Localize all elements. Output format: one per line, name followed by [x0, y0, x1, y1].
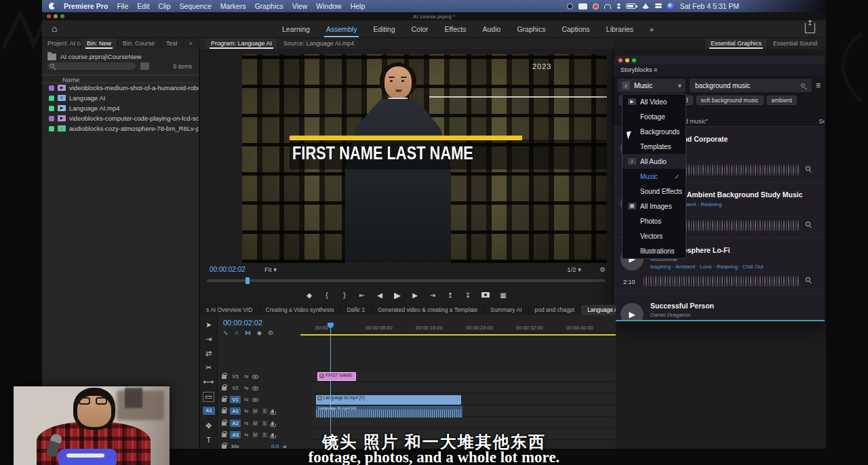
- workspace-color[interactable]: Color: [412, 25, 429, 33]
- track-v3-lane[interactable]: [312, 371, 616, 382]
- workspace-effects[interactable]: Effects: [445, 25, 467, 33]
- share-export-icon[interactable]: ↥: [805, 23, 815, 33]
- toggle-track-output-icon[interactable]: [252, 386, 258, 390]
- go-to-in-button[interactable]: ⇤: [358, 291, 366, 299]
- headphones-icon[interactable]: [604, 4, 611, 9]
- menu-file[interactable]: File: [117, 2, 128, 10]
- new-bin-icon[interactable]: [140, 62, 149, 70]
- workspace-graphics[interactable]: Graphics: [517, 25, 545, 33]
- step-forward-button[interactable]: ▶: [411, 291, 419, 299]
- wifi-icon[interactable]: [642, 3, 650, 9]
- chip-suggestion[interactable]: soft background music: [696, 96, 764, 105]
- export-frame-button[interactable]: [481, 292, 490, 298]
- sequence-tab[interactable]: Generated video & creating a Template: [372, 305, 484, 315]
- menu-window[interactable]: Window: [316, 2, 341, 10]
- minimize-window-icon[interactable]: [625, 58, 629, 62]
- label-chip[interactable]: [49, 96, 54, 101]
- siri-icon[interactable]: [667, 3, 674, 9]
- step-back-button[interactable]: ◀: [376, 291, 384, 299]
- sort-control[interactable]: Sort: [818, 118, 825, 125]
- workspace-learning[interactable]: Learning: [282, 25, 310, 33]
- tab-project[interactable]: Project: AI course: [42, 39, 81, 49]
- menu-clip[interactable]: Clip: [158, 2, 170, 10]
- control-center-icon[interactable]: [655, 3, 662, 9]
- chip-suggestion[interactable]: ambient: [767, 96, 797, 105]
- linked-selection-icon[interactable]: ⋈: [245, 329, 251, 336]
- menu-vectors[interactable]: Vectors: [623, 228, 686, 243]
- track-a2-lane[interactable]: [312, 418, 616, 428]
- monitor-scrubber[interactable]: [207, 279, 606, 282]
- scrubber-playhead[interactable]: [245, 277, 250, 284]
- sequence-tab[interactable]: s AI Overview VID: [200, 305, 260, 315]
- timeline-settings-icon[interactable]: ⚙: [268, 329, 273, 336]
- snap-icon[interactable]: ∩: [235, 329, 239, 336]
- ripple-edit-tool[interactable]: ⇄: [205, 349, 212, 358]
- insert-icon[interactable]: ∿: [223, 329, 229, 336]
- solo-button[interactable]: S: [262, 420, 268, 426]
- menu-illustrations[interactable]: Illustrations: [623, 243, 686, 258]
- tab-essential-graphics[interactable]: Essential Graphics: [705, 39, 768, 49]
- settings-wrench-icon[interactable]: ⚙: [599, 266, 606, 273]
- waveform[interactable]: [644, 276, 800, 287]
- play-icon[interactable]: ▶: [620, 303, 644, 321]
- workspace-captions[interactable]: Captions: [561, 25, 589, 33]
- menu-music[interactable]: Music✓: [623, 169, 686, 184]
- menu-help[interactable]: Help: [351, 2, 366, 10]
- close-window-icon[interactable]: [47, 14, 51, 18]
- program-timecode[interactable]: 00:00:02:02: [210, 266, 245, 273]
- sync-lock-icon[interactable]: ⇆: [244, 397, 249, 403]
- workspace-audio[interactable]: Audio: [483, 25, 501, 33]
- track-select-tool[interactable]: ⇥: [205, 335, 212, 344]
- mark-in-button[interactable]: {: [323, 291, 331, 299]
- audio-clip-language-ai[interactable]: Language AI.mp4 [A]: [316, 406, 462, 418]
- selection-tool[interactable]: ➤: [205, 321, 212, 329]
- bluetooth-icon[interactable]: [616, 3, 620, 9]
- project-item[interactable]: ≡ Language AI: [42, 93, 199, 103]
- sequence-tab-active[interactable]: Language AI: [581, 305, 616, 315]
- lock-icon[interactable]: [222, 422, 226, 426]
- lift-button[interactable]: ↥: [446, 291, 454, 299]
- tab-test[interactable]: Test: [161, 39, 184, 49]
- result-artist[interactable]: Daniel Draganov: [650, 312, 691, 318]
- toggle-track-output-icon[interactable]: [252, 375, 258, 379]
- mute-button[interactable]: M: [252, 420, 258, 426]
- workspace-assembly[interactable]: Assembly: [326, 25, 357, 33]
- project-search-input[interactable]: [47, 62, 136, 70]
- menu-edit[interactable]: Edit: [137, 2, 149, 10]
- track-header-v1[interactable]: V1 ⇆: [219, 395, 312, 405]
- menu-templates[interactable]: Templates: [623, 139, 686, 154]
- sequence-tab[interactable]: Summary AI: [484, 305, 528, 315]
- play-button[interactable]: ▶: [393, 290, 401, 300]
- menubar-clock[interactable]: Sat Feb 4 5:31 PM: [679, 2, 739, 10]
- work-area-bar[interactable]: [300, 334, 616, 336]
- menu-markers[interactable]: Markers: [220, 2, 246, 10]
- tab-lumetri-color[interactable]: Lumetri Color: [823, 39, 826, 49]
- program-video-frame[interactable]: 2023 FIRST NAME LAST NAME: [242, 54, 607, 263]
- zoom-window-icon[interactable]: [632, 58, 636, 62]
- solo-button[interactable]: S: [262, 408, 268, 414]
- voiceover-record-icon[interactable]: [271, 422, 274, 426]
- menu-photos[interactable]: Photos: [623, 214, 686, 228]
- menu-sequence[interactable]: Sequence: [179, 2, 211, 10]
- resolution-dropdown[interactable]: 1/2 ▾: [567, 266, 581, 273]
- sync-lock-icon[interactable]: ⇆: [244, 420, 249, 426]
- timeline-timecode[interactable]: 00:00:02:02: [223, 319, 262, 327]
- zoom-window-icon[interactable]: [60, 14, 64, 18]
- category-dropdown[interactable]: ♪ Music ▾: [618, 79, 686, 92]
- hand-tool[interactable]: ✥: [205, 422, 212, 430]
- menu-all-video[interactable]: ▶All Video: [623, 94, 686, 109]
- label-chip[interactable]: [49, 116, 54, 121]
- track-header-a1[interactable]: A1 ⇆ M S: [219, 406, 312, 416]
- track-header-v3[interactable]: V3 ⇆: [219, 371, 312, 382]
- app-menu[interactable]: Premiere Pro: [64, 2, 108, 10]
- hamburger-menu-icon[interactable]: ≡: [816, 81, 821, 90]
- project-item[interactable]: ▶ Language AI.mp4: [42, 103, 199, 113]
- rectangle-tool[interactable]: ▭: [203, 392, 214, 402]
- workspace-libraries[interactable]: Libraries: [606, 25, 633, 33]
- timeline-playhead[interactable]: [330, 323, 331, 449]
- close-window-icon[interactable]: [618, 58, 623, 62]
- mute-button[interactable]: M: [252, 408, 258, 414]
- sync-lock-icon[interactable]: ⇆: [244, 373, 249, 380]
- breadcrumb[interactable]: AI course.prproj\CourseNew: [47, 53, 141, 60]
- battery-icon[interactable]: [626, 3, 636, 9]
